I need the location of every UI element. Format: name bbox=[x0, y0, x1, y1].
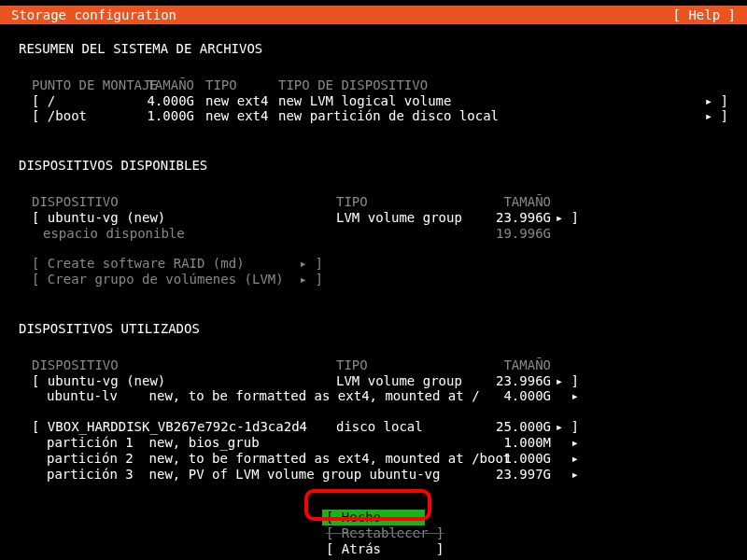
used-device-type: LVM volume group bbox=[336, 373, 486, 389]
fs-summary-header: PUNTO DE MONTAJE TAMAÑO TIPO TIPO DE DIS… bbox=[19, 77, 728, 93]
device-row-freespace: espacio disponible 19.996G bbox=[19, 226, 728, 242]
used-partition-row[interactable]: partición 1 new, bios_grub 1.000M ▸ bbox=[19, 435, 728, 451]
used-partition-name: partición 2 new, to be formatted as ext4… bbox=[19, 451, 486, 467]
chevron-right-icon[interactable]: ▸ bbox=[551, 451, 579, 467]
used-title: DISPOSITIVOS UTILIZADOS bbox=[19, 321, 728, 337]
chevron-right-icon[interactable]: ▸ ] bbox=[551, 419, 579, 435]
available-title: DISPOSITIVOS DISPONIBLES bbox=[19, 158, 728, 174]
device-size: 23.996G bbox=[486, 210, 551, 226]
chevron-right-icon[interactable]: ▸ ] bbox=[551, 373, 579, 389]
fs-devtype: new LVM logical volume bbox=[278, 93, 700, 109]
back-button[interactable]: [ Atrás ] bbox=[322, 541, 425, 557]
chevron-right-icon[interactable]: ▸ ] bbox=[700, 108, 728, 124]
used-partition-name: partición 1 new, bios_grub bbox=[19, 435, 486, 451]
col-type: TIPO bbox=[205, 77, 278, 93]
fs-type: new ext4 bbox=[205, 108, 278, 124]
used-device-row[interactable]: [ VBOX_HARDDISK_VB267e792c-1d3ca2d4 disc… bbox=[19, 419, 728, 435]
fs-summary-section: RESUMEN DEL SISTEMA DE ARCHIVOS PUNTO DE… bbox=[19, 41, 728, 124]
col-size: TAMAÑO bbox=[140, 77, 205, 93]
used-partition-row[interactable]: partición 2 new, to be formatted as ext4… bbox=[19, 451, 728, 467]
fs-row[interactable]: [ /boot 1.000G new ext4 new partición de… bbox=[19, 108, 728, 124]
chevron-right-icon[interactable]: ▸ bbox=[551, 435, 579, 451]
used-section: DISPOSITIVOS UTILIZADOS DISPOSITIVO TIPO… bbox=[19, 321, 728, 482]
col-device: DISPOSITIVO bbox=[19, 194, 336, 210]
chevron-right-icon[interactable]: ▸ bbox=[551, 388, 579, 404]
used-partition-size: 23.997G bbox=[486, 467, 551, 483]
fs-devtype: new partición de disco local bbox=[278, 108, 700, 124]
available-header: DISPOSITIVO TIPO TAMAÑO bbox=[19, 194, 728, 210]
used-device-name: [ ubuntu-vg (new) bbox=[19, 373, 336, 389]
used-device-name: [ VBOX_HARDDISK_VB267e792c-1d3ca2d4 bbox=[19, 419, 336, 435]
main-content: RESUMEN DEL SISTEMA DE ARCHIVOS PUNTO DE… bbox=[0, 41, 747, 557]
fs-mount: [ / bbox=[19, 93, 140, 109]
fs-size: 4.000G bbox=[140, 93, 205, 109]
used-device-size: 25.000G bbox=[486, 419, 551, 435]
chevron-right-icon[interactable]: ▸ ] bbox=[551, 210, 579, 226]
header-bar: Storage configuration [ Help ] bbox=[0, 6, 747, 24]
available-section: DISPOSITIVOS DISPONIBLES DISPOSITIVO TIP… bbox=[19, 158, 728, 287]
fs-type: new ext4 bbox=[205, 93, 278, 109]
device-freespace-label: espacio disponible bbox=[19, 226, 336, 242]
used-device-row[interactable]: [ ubuntu-vg (new) LVM volume group 23.99… bbox=[19, 373, 728, 389]
col-mount: PUNTO DE MONTAJE bbox=[19, 77, 140, 93]
col-size: TAMAÑO bbox=[486, 194, 551, 210]
col-size: TAMAÑO bbox=[486, 357, 551, 373]
col-device: DISPOSITIVO bbox=[19, 357, 336, 373]
header-title: Storage configuration bbox=[11, 7, 176, 23]
used-device-type: disco local bbox=[336, 419, 486, 435]
used-partition-size: 4.000G bbox=[486, 388, 551, 404]
help-link[interactable]: [ Help ] bbox=[673, 7, 736, 23]
col-devtype: TIPO DE DISPOSITIVO bbox=[278, 77, 700, 93]
fs-summary-title: RESUMEN DEL SISTEMA DE ARCHIVOS bbox=[19, 41, 728, 57]
used-partition-name: partición 3 new, PV of LVM volume group … bbox=[19, 467, 486, 483]
used-partition-size: 1.000M bbox=[486, 435, 551, 451]
fs-size: 1.000G bbox=[140, 108, 205, 124]
device-type: LVM volume group bbox=[336, 210, 486, 226]
used-partition-row[interactable]: partición 3 new, PV of LVM volume group … bbox=[19, 467, 728, 483]
reset-button[interactable]: [ Restablecer ] bbox=[322, 525, 425, 541]
device-row[interactable]: [ ubuntu-vg (new) LVM volume group 23.99… bbox=[19, 210, 728, 226]
create-raid-option[interactable]: [ Create software RAID (md) ▸ ] bbox=[19, 256, 728, 272]
fs-mount: [ /boot bbox=[19, 108, 140, 124]
done-button[interactable]: [ Hecho ] bbox=[322, 510, 425, 525]
create-lvm-option[interactable]: [ Crear grupo de volúmenes (LVM) ▸ ] bbox=[19, 272, 728, 287]
used-partition-row[interactable]: ubuntu-lv new, to be formatted as ext4, … bbox=[19, 388, 728, 404]
action-buttons: [ Hecho ] [ Restablecer ] [ Atrás ] bbox=[19, 510, 728, 556]
used-device-size: 23.996G bbox=[486, 373, 551, 389]
chevron-right-icon[interactable]: ▸ bbox=[551, 467, 579, 483]
col-type: TIPO bbox=[336, 194, 486, 210]
chevron-right-icon[interactable]: ▸ ] bbox=[700, 93, 728, 109]
fs-row[interactable]: [ / 4.000G new ext4 new LVM logical volu… bbox=[19, 93, 728, 109]
device-name: [ ubuntu-vg (new) bbox=[19, 210, 336, 226]
device-freespace-size: 19.996G bbox=[486, 226, 551, 242]
col-type: TIPO bbox=[336, 357, 486, 373]
used-partition-size: 1.000G bbox=[486, 451, 551, 467]
used-partition-name: ubuntu-lv new, to be formatted as ext4, … bbox=[19, 388, 486, 404]
used-header: DISPOSITIVO TIPO TAMAÑO bbox=[19, 357, 728, 373]
